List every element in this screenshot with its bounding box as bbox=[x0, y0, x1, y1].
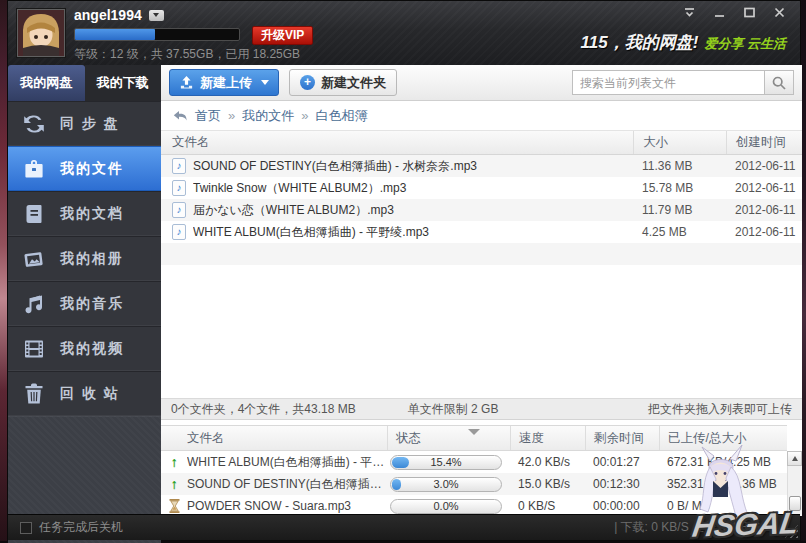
audio-file-icon: ♪ bbox=[172, 224, 186, 240]
resize-grip[interactable] bbox=[785, 525, 798, 538]
transfer-size: 352.31 KB/11.36 MB bbox=[659, 477, 787, 491]
document-icon bbox=[21, 201, 47, 227]
app-window: angel1994 升级VIP 等级：12 级，共 37.55GB，已用 18.… bbox=[7, 0, 801, 541]
sidebar-item-label: 回 收 站 bbox=[60, 385, 120, 403]
upload-icon bbox=[179, 75, 194, 90]
new-upload-button[interactable]: 新建上传 bbox=[169, 69, 279, 96]
menu-icon[interactable] bbox=[674, 1, 704, 23]
sidebar-item-label: 我的文件 bbox=[60, 160, 124, 178]
sidebar-tabs: 我的网盘 我的下载 bbox=[8, 65, 161, 101]
column-status[interactable]: 状态 bbox=[387, 426, 510, 450]
transfer-row[interactable]: ↑ SOUND OF DESTINY(白色相簿插曲) -... 3.0% 15.… bbox=[161, 473, 787, 495]
breadcrumb: 首页 » 我的文件 » 白色相簿 bbox=[161, 101, 802, 131]
title-bar: angel1994 升级VIP 等级：12 级，共 37.55GB，已用 18.… bbox=[8, 1, 800, 65]
sidebar-item-my-videos[interactable]: 我的视频 bbox=[8, 326, 161, 371]
column-size[interactable]: 大小 bbox=[633, 131, 726, 154]
file-name: Twinkle Snow（WHITE ALBUM2）.mp3 bbox=[193, 180, 633, 197]
sidebar-item-label: 我的音乐 bbox=[60, 295, 124, 313]
user-menu-caret-icon[interactable] bbox=[149, 10, 164, 21]
transfer-row[interactable]: POWDER SNOW - Suara.mp3 0.0% 0 KB/S 00:0… bbox=[161, 495, 787, 516]
toolbar: 新建上传 + 新建文件夹 bbox=[161, 65, 802, 101]
file-row[interactable]: ♪ 届かない恋（WHITE ALBUM2）.mp3 11.79 MB 2012-… bbox=[161, 199, 802, 221]
shutdown-checkbox[interactable] bbox=[20, 522, 32, 534]
sidebar-item-my-files[interactable]: 我的文件 bbox=[8, 146, 161, 191]
breadcrumb-current-folder[interactable]: 白色相簿 bbox=[315, 107, 367, 125]
upload-arrow-icon: ↑ bbox=[171, 476, 178, 492]
video-icon bbox=[21, 336, 47, 362]
transfer-speed: 42.0 KB/s bbox=[510, 455, 585, 469]
minimize-icon[interactable] bbox=[704, 1, 734, 23]
hourglass-icon bbox=[169, 499, 180, 513]
brand-slogan: 115，我的网盘!爱分享 云生活 bbox=[581, 31, 786, 54]
desktop-wallpaper-left bbox=[0, 0, 7, 543]
search-button[interactable] bbox=[764, 70, 794, 95]
slogan-sub: 爱分享 云生活 bbox=[704, 36, 786, 51]
maximize-icon[interactable] bbox=[734, 1, 764, 23]
scrollbar-thumb[interactable] bbox=[789, 496, 801, 511]
plus-circle-icon: + bbox=[300, 75, 315, 90]
upgrade-vip-button[interactable]: 升级VIP bbox=[252, 26, 313, 45]
sidebar-item-my-music[interactable]: 我的音乐 bbox=[8, 281, 161, 326]
file-date: 2012-06-11 bbox=[726, 181, 802, 195]
tab-my-downloads[interactable]: 我的下载 bbox=[85, 65, 162, 101]
back-arrow-icon[interactable] bbox=[172, 108, 188, 124]
close-icon[interactable] bbox=[764, 1, 794, 23]
level-storage-info: 等级：12 级，共 37.55GB，已用 18.25GB bbox=[74, 46, 300, 63]
file-row[interactable]: ♪ Twinkle Snow（WHITE ALBUM2）.mp3 15.78 M… bbox=[161, 177, 802, 199]
column-uploaded-total[interactable]: 已上传/总大小 bbox=[659, 426, 787, 450]
sync-icon bbox=[21, 111, 47, 137]
transfer-speed: 15.0 KB/s bbox=[510, 477, 585, 491]
column-created[interactable]: 创建时间 bbox=[726, 131, 802, 154]
avatar[interactable] bbox=[17, 9, 65, 57]
progress-bar: 0.0% bbox=[390, 499, 502, 514]
audio-file-icon: ♪ bbox=[172, 180, 186, 196]
transfer-file-name: SOUND OF DESTINY(白色相簿插曲) -... bbox=[187, 476, 387, 493]
list-status-bar: 0个文件夹，4个文件，共43.18 MB 单文件限制 2 GB 把文件夹拖入列表… bbox=[161, 398, 802, 420]
transfer-scrollbar[interactable] bbox=[787, 451, 802, 516]
slogan-main: 115，我的网盘! bbox=[581, 33, 699, 52]
file-row[interactable]: ♪ WHITE ALBUM(白色相簿插曲) - 平野绫.mp3 4.25 MB … bbox=[161, 221, 802, 243]
sidebar-item-recycle-bin[interactable]: 回 收 站 bbox=[8, 371, 161, 416]
avatar-image bbox=[18, 10, 64, 56]
breadcrumb-separator: » bbox=[301, 108, 308, 123]
file-size: 4.25 MB bbox=[633, 225, 726, 239]
username: angel1994 bbox=[74, 7, 142, 23]
column-time-left[interactable]: 剩余时间 bbox=[585, 426, 659, 450]
sidebar-item-my-albums[interactable]: 我的相册 bbox=[8, 236, 161, 281]
file-size: 11.36 MB bbox=[633, 159, 726, 173]
column-filename[interactable]: 文件名 bbox=[187, 430, 387, 447]
file-name: 届かない恋（WHITE ALBUM2）.mp3 bbox=[193, 202, 633, 219]
tab-my-drive[interactable]: 我的网盘 bbox=[8, 65, 85, 101]
upload-dropdown-caret-icon[interactable] bbox=[261, 80, 269, 85]
file-row[interactable]: ♪ SOUND OF DESTINY(白色相簿插曲) - 水树奈奈.mp3 11… bbox=[161, 155, 802, 177]
transfer-file-name: POWDER SNOW - Suara.mp3 bbox=[187, 499, 387, 513]
new-folder-button[interactable]: + 新建文件夹 bbox=[289, 69, 397, 96]
transfer-time-left: 00:01:27 bbox=[585, 455, 659, 469]
window-controls bbox=[674, 1, 794, 23]
column-filename[interactable]: 文件名 bbox=[161, 134, 633, 151]
breadcrumb-my-files[interactable]: 我的文件 bbox=[242, 107, 294, 125]
file-size: 15.78 MB bbox=[633, 181, 726, 195]
scrollbar-up-icon[interactable] bbox=[787, 451, 802, 466]
sidebar-item-label: 我的文档 bbox=[60, 205, 124, 223]
file-name: SOUND OF DESTINY(白色相簿插曲) - 水树奈奈.mp3 bbox=[193, 158, 633, 175]
music-icon bbox=[21, 291, 47, 317]
breadcrumb-home[interactable]: 首页 bbox=[195, 107, 221, 125]
transfer-size: 672.31 KB/4.25 MB bbox=[659, 455, 787, 469]
sidebar-item-my-documents[interactable]: 我的文档 bbox=[8, 191, 161, 236]
transfer-speed: 0 KB/S bbox=[510, 499, 585, 513]
file-size: 11.79 MB bbox=[633, 203, 726, 217]
column-speed[interactable]: 速度 bbox=[510, 426, 585, 450]
transfer-row[interactable]: ↑ WHITE ALBUM(白色相簿插曲) - 平野... 15.4% 42.0… bbox=[161, 451, 787, 473]
search-area bbox=[572, 70, 794, 95]
progress-label: 15.4% bbox=[430, 456, 461, 468]
collapse-panel-icon[interactable] bbox=[468, 429, 480, 435]
sidebar-item-sync-drive[interactable]: 同 步 盘 bbox=[8, 101, 161, 146]
transfer-file-name: WHITE ALBUM(白色相簿插曲) - 平野... bbox=[187, 454, 387, 471]
upload-arrow-icon: ↑ bbox=[171, 454, 178, 470]
search-input[interactable] bbox=[572, 70, 764, 95]
drag-upload-hint: 把文件夹拖入列表即可上传 bbox=[648, 401, 792, 418]
file-date: 2012-06-11 bbox=[726, 225, 802, 239]
shutdown-label: 任务完成后关机 bbox=[39, 519, 123, 536]
storage-progress-bar bbox=[74, 28, 240, 41]
